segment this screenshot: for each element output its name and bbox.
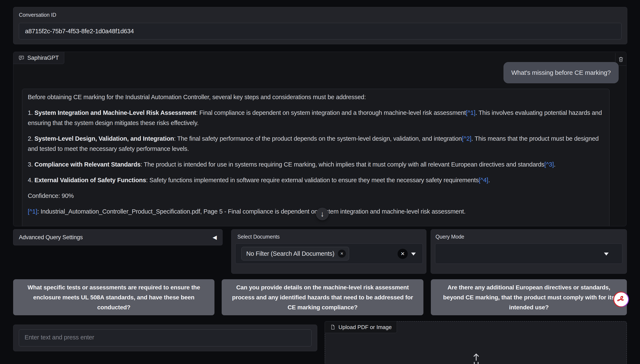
citation-link-4[interactable]: [^4] <box>479 177 488 184</box>
trash-icon <box>618 56 624 62</box>
chat-bubble-icon <box>18 55 24 61</box>
select-documents-label: Select Documents <box>237 234 280 240</box>
down-arrow-icon: ↓ <box>320 210 324 218</box>
bot-message: Before obtaining CE marking for the Indu… <box>22 89 610 226</box>
suggestion-button-3[interactable]: Are there any additional European direct… <box>431 279 627 315</box>
select-documents-dropdown[interactable]: No Filter (Search All Documents) ✕ ✕ <box>235 244 423 264</box>
select-documents-panel: Select Documents No Filter (Search All D… <box>231 229 426 274</box>
file-icon <box>330 324 336 330</box>
citation-link-3[interactable]: [^3] <box>544 161 554 168</box>
bot-list-item: 1. System Integration and Machine-Level … <box>28 108 604 128</box>
query-mode-label: Query Mode <box>436 234 464 240</box>
clear-selection-icon[interactable]: ✕ <box>398 249 408 259</box>
upload-header: Upload PDF or Image <box>325 321 397 333</box>
bot-list-item: 4. External Validation of Safety Functio… <box>28 175 604 185</box>
conversation-id-label: Conversation ID <box>19 12 56 18</box>
conversation-id-group: Conversation ID <box>13 7 627 44</box>
query-mode-panel: Query Mode <box>430 229 627 274</box>
bot-confidence: Confidence: 90% <box>28 191 604 201</box>
bot-footnote: [^1]: Industrial_Automation_Controller_P… <box>28 206 604 216</box>
dropdown-caret-icon[interactable] <box>604 252 609 256</box>
message-input[interactable] <box>19 330 312 346</box>
footnote-link-1[interactable]: [^1] <box>28 208 37 215</box>
user-message: What's missing before CE marking? <box>504 62 618 83</box>
chip-label: No Filter (Search All Documents) <box>246 250 334 257</box>
accordion-collapse-icon[interactable]: ◀ <box>212 234 217 241</box>
suggestion-button-2[interactable]: Can you provide details on the machine-l… <box>222 279 424 315</box>
upload-label: Upload PDF or Image <box>338 324 392 330</box>
chatbot-panel: SaphiraGPT What's missing before CE mark… <box>13 52 626 226</box>
advanced-query-settings-accordion[interactable]: Advanced Query Settings ◀ <box>13 229 222 245</box>
suggestion-button-1[interactable]: What specific tests or assessments are r… <box>13 279 214 315</box>
bot-list-item: 2. System-Level Design, Validation, and … <box>28 134 604 154</box>
query-mode-dropdown[interactable] <box>435 244 622 264</box>
pdf-badge-circle <box>614 292 628 306</box>
chatbot-title: SaphiraGPT <box>27 55 59 61</box>
dropdown-caret-icon[interactable] <box>411 252 416 256</box>
chip-remove-icon[interactable]: ✕ <box>338 250 346 258</box>
conversation-id-input[interactable] <box>19 23 622 40</box>
pdf-file-badge[interactable] <box>613 292 629 307</box>
composer-group <box>13 324 317 351</box>
adobe-acrobat-icon <box>616 294 626 304</box>
citation-link-1[interactable]: [^1] <box>466 109 475 116</box>
chatbot-header: SaphiraGPT <box>13 52 64 64</box>
citation-link-2[interactable]: [^2] <box>462 135 471 142</box>
bot-list-item: 3. Compliance with Relevant Standards: T… <box>28 159 604 170</box>
accordion-label: Advanced Query Settings <box>19 234 83 241</box>
document-filter-chip[interactable]: No Filter (Search All Documents) ✕ <box>242 247 349 260</box>
scroll-to-bottom-button[interactable]: ↓ <box>316 208 328 220</box>
upload-dropzone[interactable]: Upload PDF or Image <box>325 321 627 364</box>
upload-arrow-icon <box>470 351 483 364</box>
bot-intro: Before obtaining CE marking for the Indu… <box>28 92 604 102</box>
